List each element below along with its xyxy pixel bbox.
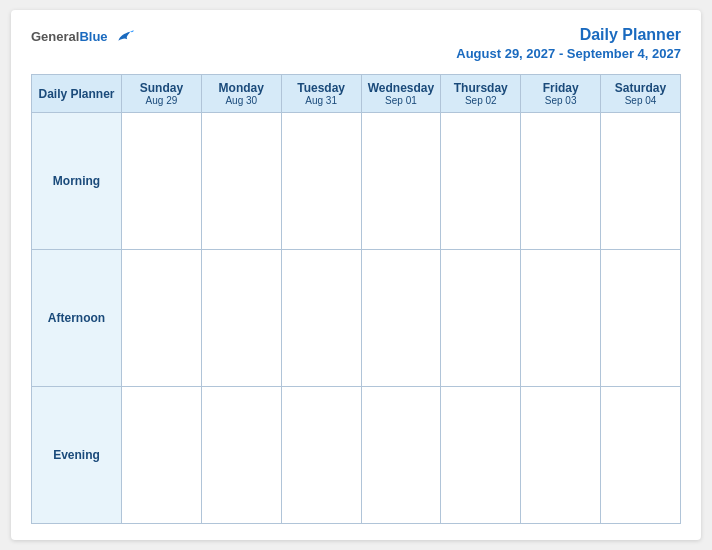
row-morning: Morning (32, 113, 681, 250)
cell-1-3[interactable] (361, 250, 441, 387)
day-date-0: Aug 29 (126, 95, 197, 106)
cell-0-2[interactable] (281, 113, 361, 250)
cell-2-1[interactable] (201, 387, 281, 524)
day-date-6: Sep 04 (605, 95, 676, 106)
row-label-2: Evening (32, 387, 122, 524)
day-date-3: Sep 01 (366, 95, 437, 106)
header-daily-label: Daily Planner (36, 87, 117, 101)
cell-0-4[interactable] (441, 113, 521, 250)
date-range: August 29, 2027 - September 4, 2027 (456, 46, 681, 61)
day-name-5: Friday (525, 81, 596, 95)
day-name-0: Sunday (126, 81, 197, 95)
cell-2-5[interactable] (521, 387, 601, 524)
row-label-0: Morning (32, 113, 122, 250)
logo-blue: Blue (79, 29, 107, 44)
row-evening: Evening (32, 387, 681, 524)
logo-text: GeneralBlue (31, 26, 136, 48)
day-name-2: Tuesday (286, 81, 357, 95)
header-day-1: MondayAug 30 (201, 75, 281, 113)
page-container: GeneralBlue Daily Planner August 29, 202… (11, 10, 701, 540)
header-day-0: SundayAug 29 (122, 75, 202, 113)
cell-1-0[interactable] (122, 250, 202, 387)
cell-2-2[interactable] (281, 387, 361, 524)
cell-1-2[interactable] (281, 250, 361, 387)
row-afternoon: Afternoon (32, 250, 681, 387)
header-day-6: SaturdaySep 04 (601, 75, 681, 113)
main-title: Daily Planner (580, 26, 681, 43)
cell-0-6[interactable] (601, 113, 681, 250)
calendar-table: Daily Planner SundayAug 29MondayAug 30Tu… (31, 74, 681, 524)
cell-1-4[interactable] (441, 250, 521, 387)
cell-0-3[interactable] (361, 113, 441, 250)
day-name-4: Thursday (445, 81, 516, 95)
cell-1-1[interactable] (201, 250, 281, 387)
logo-area: GeneralBlue (31, 26, 136, 48)
header-label-cell: Daily Planner (32, 75, 122, 113)
cell-2-0[interactable] (122, 387, 202, 524)
header-day-3: WednesdaySep 01 (361, 75, 441, 113)
day-name-1: Monday (206, 81, 277, 95)
cell-2-3[interactable] (361, 387, 441, 524)
cell-0-0[interactable] (122, 113, 202, 250)
cell-0-5[interactable] (521, 113, 601, 250)
logo-bird-icon (114, 26, 136, 48)
header-day-5: FridaySep 03 (521, 75, 601, 113)
day-name-6: Saturday (605, 81, 676, 95)
cell-2-6[interactable] (601, 387, 681, 524)
cell-1-5[interactable] (521, 250, 601, 387)
day-name-3: Wednesday (366, 81, 437, 95)
header-day-4: ThursdaySep 02 (441, 75, 521, 113)
cell-1-6[interactable] (601, 250, 681, 387)
day-date-4: Sep 02 (445, 95, 516, 106)
day-date-5: Sep 03 (525, 95, 596, 106)
day-date-1: Aug 30 (206, 95, 277, 106)
cell-2-4[interactable] (441, 387, 521, 524)
cell-0-1[interactable] (201, 113, 281, 250)
row-label-1: Afternoon (32, 250, 122, 387)
header-day-2: TuesdayAug 31 (281, 75, 361, 113)
logo-general: General (31, 29, 79, 44)
day-date-2: Aug 31 (286, 95, 357, 106)
title-area: Daily Planner August 29, 2027 - Septembe… (456, 26, 681, 62)
header: GeneralBlue Daily Planner August 29, 202… (31, 26, 681, 62)
